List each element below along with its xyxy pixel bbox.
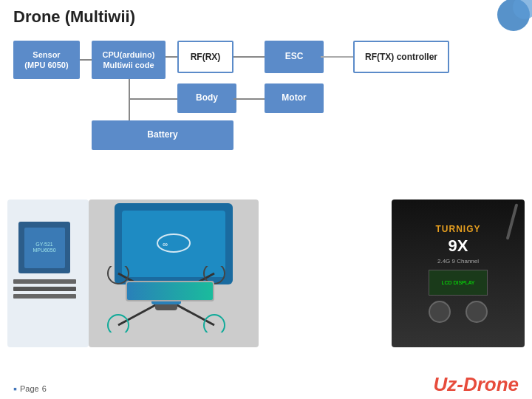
footer: ▪ Page 6 [13, 383, 47, 395]
connector-rfrx-esc [233, 56, 265, 58]
svg-point-9 [108, 266, 129, 284]
connector-v-cpu-body [129, 79, 130, 126]
battery-box: Battery [92, 120, 233, 150]
connector-h-cpu-body [129, 98, 177, 100]
sensor-board-image: GY-521MPU6050 [18, 222, 70, 273]
photo-radio: TURNIGY 9X 2.4G 9 Channel LCD DISPLAY [392, 200, 525, 347]
page-label: Page [20, 384, 39, 393]
turnigy-subtitle: 2.4G 9 Channel [437, 258, 479, 265]
arduino-logo: ∞ [155, 232, 192, 256]
connector-cpu-rfrx [166, 56, 177, 58]
photo-center: ∞ [89, 200, 259, 347]
page-bullet: ▪ [13, 383, 17, 395]
page-title: Drone (Multiwii) [0, 0, 532, 31]
svg-point-11 [108, 315, 129, 332]
turnigy-radio-image: TURNIGY 9X 2.4G 9 Channel LCD DISPLAY [392, 200, 525, 347]
esc-box: ESC [265, 41, 324, 73]
svg-point-12 [204, 315, 225, 332]
decoration-circles [473, 0, 532, 44]
page-number: 6 [42, 384, 47, 393]
photo-sensor: GY-521MPU6050 Image: GY-521 breakout boa… [7, 200, 89, 347]
motor-box: Motor [265, 83, 324, 113]
photos-area: GY-521MPU6050 Image: GY-521 breakout boa… [0, 200, 532, 377]
brand-suffix: Drone [463, 373, 519, 395]
rfrx-box: RF(RX) [177, 41, 233, 73]
connector-body-motor [233, 98, 265, 100]
brand-text: Uz-Drone [433, 373, 519, 396]
cpu-box: CPU(arduino)Multiwii code [92, 41, 166, 79]
turnigy-model: 9X [449, 236, 468, 256]
turnigy-brand: TURNIGY [436, 224, 481, 234]
sensor-box: Sensor (MPU 6050) [13, 41, 80, 79]
rftx-box: RF(TX) controller [353, 41, 449, 73]
body-box: Body [177, 83, 236, 113]
battery-pack-image [126, 281, 214, 301]
connector-to-rftx [321, 56, 353, 58]
brand-prefix: Uz- [433, 373, 463, 395]
svg-text:∞: ∞ [163, 240, 168, 248]
diagram-container: Sensor (MPU 6050) CPU(arduino)Multiwii c… [13, 41, 383, 196]
connector-sensor-cpu [80, 59, 92, 61]
